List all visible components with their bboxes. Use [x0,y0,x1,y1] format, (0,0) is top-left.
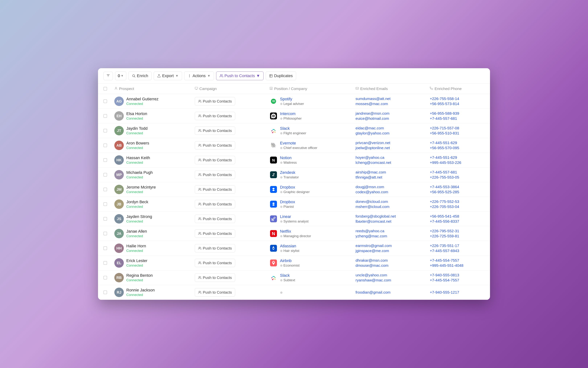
company-name[interactable]: Spotify [280,97,304,101]
company-name[interactable]: Atlassian [280,244,299,248]
row-checkbox[interactable] [103,291,107,294]
phone-link[interactable]: +226-735-551-17 [430,244,486,248]
phone-link[interactable]: +7-940-555-1217 [430,290,486,294]
phone-link[interactable]: +56-955-525-285 [430,190,486,194]
row-checkbox[interactable] [103,261,107,265]
push-to-contacts-button[interactable]: Push to Contacts [195,127,235,135]
email-link[interactable]: eidac@mac.com [356,126,423,130]
email-link[interactable]: msherr@icloud.com [356,204,423,209]
phone-link[interactable]: +7-445-557-6943 [430,248,486,253]
row-checkbox[interactable] [103,100,107,103]
phone-link[interactable]: +7-445-553-3864 [430,185,486,189]
push-to-contacts-button[interactable]: Push to Contacts [195,171,235,179]
company-name[interactable]: Linear [280,214,309,219]
company-name[interactable]: Slack [280,126,306,131]
email-link[interactable]: codex@yahoo.com [356,190,423,194]
company-name[interactable]: Intercom [280,111,302,116]
enrich-button[interactable]: Enrich [129,72,152,80]
export-button[interactable]: Export ▼ [154,72,182,80]
push-to-contacts-toolbar-button[interactable]: Push to Contacts ▼ [216,72,264,80]
phone-link[interactable]: +226-755-558-14 [430,97,486,101]
company-name[interactable]: Dropbox [280,200,295,204]
email-link[interactable]: forsberg@sbcglobal.net [356,214,423,219]
email-link[interactable]: airship@mac.com [356,170,423,174]
phone-link[interactable]: +7-445-557-681 [430,116,486,121]
push-to-contacts-button[interactable]: Push to Contacts [195,97,235,105]
company-name[interactable]: Netflix [280,229,311,234]
row-checkbox[interactable] [103,188,107,191]
push-to-contacts-button[interactable]: Push to Contacts [195,185,235,194]
email-link[interactable]: lbaxter@comcast.net [356,219,423,224]
email-link[interactable]: froodian@gmail.com [356,290,423,294]
push-to-contacts-button[interactable]: Push to Contacts [195,244,235,252]
phone-link[interactable]: +7-445-551-629 [430,141,486,145]
email-link[interactable]: jginspace@me.com [356,248,423,253]
email-link[interactable]: dmouse@mac.com [356,263,423,268]
select-all-checkbox[interactable] [103,87,107,91]
row-checkbox[interactable] [103,276,107,279]
push-to-contacts-button[interactable]: Push to Contacts [195,156,235,164]
phone-link[interactable]: +226-755-553-05 [430,175,486,179]
push-to-contacts-button[interactable]: Push to Contacts [195,229,235,238]
push-to-contacts-button[interactable]: Push to Contacts [195,215,235,223]
email-link[interactable]: lcheng@comcast.net [356,160,423,165]
email-link[interactable]: yzheng@mac.com [356,234,423,238]
push-to-contacts-button[interactable]: Push to Contacts [195,200,235,208]
phone-link[interactable]: +226-725-559-81 [430,234,486,238]
email-link[interactable]: dhrakar@msn.com [356,258,423,263]
email-link[interactable]: tfinniga@att.net [356,175,423,179]
phone-link[interactable]: +7-445-557-681 [430,170,486,174]
row-checkbox[interactable] [103,129,107,132]
email-link[interactable]: hoyer@yahoo.ca [356,155,423,160]
email-link[interactable]: reeds@yahoo.ca [356,229,423,233]
company-name[interactable]: Airbnb [280,258,300,263]
push-to-contacts-button[interactable]: Push to Contacts [195,288,235,296]
phone-link[interactable]: +7-445-556-8337 [430,219,486,224]
phone-link[interactable]: +7-940-555-0813 [430,273,486,277]
email-link[interactable]: ryanshaw@mac.com [356,278,423,282]
phone-link[interactable]: +995-445-551-4048 [430,263,486,268]
phone-link[interactable]: +226-705-553-04 [430,204,486,209]
email-link[interactable]: privcan@verizon.net [356,141,423,145]
row-checkbox[interactable] [103,144,107,147]
phone-link[interactable]: +226-715-557-08 [430,126,486,130]
email-link[interactable]: joelw@optonline.net [356,146,423,150]
phone-link[interactable]: +7-445-554-7557 [430,258,486,263]
email-link[interactable]: mosses@mac.com [356,102,423,106]
email-link[interactable]: dougj@msn.com [356,185,423,189]
email-link[interactable]: uncle@yahoo.com [356,273,423,277]
select-all-header[interactable] [98,84,111,94]
filter-button[interactable] [103,72,113,80]
phone-link[interactable]: +56-955-510-831 [430,131,486,135]
phone-link[interactable]: +56-955-573-814 [430,102,486,106]
email-link[interactable]: donev@icloud.com [356,199,423,204]
phone-link[interactable]: +7-445-554-7557 [430,278,486,282]
row-checkbox[interactable] [103,173,107,176]
company-name[interactable]: Dropbox [280,185,310,190]
row-checkbox[interactable] [103,232,107,235]
push-to-contacts-button[interactable]: Push to Contacts [195,112,235,120]
count-badge[interactable]: 0 ▼ [115,72,126,80]
push-to-contacts-button[interactable]: Push to Contacts [195,274,235,282]
row-checkbox[interactable] [103,217,107,221]
company-name[interactable]: Zendesk [280,170,299,175]
phone-link[interactable]: +56-955-570-095 [430,146,486,150]
push-to-contacts-button[interactable]: Push to Contacts [195,141,235,149]
email-link[interactable]: gtaylor@yahoo.com [356,131,423,135]
phone-link[interactable]: +995-445-553-226 [430,160,486,165]
email-link[interactable]: euice@hotmail.com [356,116,423,121]
phone-link[interactable]: +56-955-588-939 [430,111,486,116]
row-checkbox[interactable] [103,246,107,250]
email-link[interactable]: earmstro@gmail.com [356,244,423,248]
push-to-contacts-button[interactable]: Push to Contacts [195,259,235,267]
row-checkbox[interactable] [103,114,107,118]
email-link[interactable]: sumdumass@att.net [356,97,423,101]
row-checkbox[interactable] [103,202,107,206]
duplicates-button[interactable]: Duplicates [266,72,296,80]
phone-link[interactable]: +226-775-552-53 [430,199,486,204]
email-link[interactable]: jandrese@msn.com [356,111,423,116]
phone-link[interactable]: +56-955-541-458 [430,214,486,219]
phone-link[interactable]: +226-795-552-31 [430,229,486,233]
company-name[interactable]: Slack [280,273,295,278]
row-checkbox[interactable] [103,158,107,162]
